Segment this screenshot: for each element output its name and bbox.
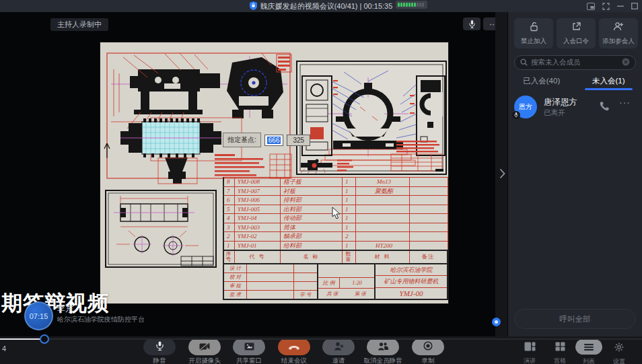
tab-joined[interactable]: 已入会(40) [508, 74, 575, 89]
shared-screen-cad-sheet: 8YMJ-008格子板1Mn13 7YMJ-007衬板1聚氨酯 6YMJ-006… [100, 42, 449, 304]
title-bar: 魏庆媛发起的视频会议(40/41) | 00:15:35 [0, 0, 642, 12]
bottom-toolbar: 钉钉 静音 开启摄像头 共享窗口 [0, 336, 642, 364]
mic-icon [156, 341, 164, 353]
record-icon [423, 341, 433, 353]
speaker-avatar: 07:15 [24, 301, 53, 330]
meeting-title: 魏庆媛发起的视频会议(40/41) | 00:15:35 [260, 1, 393, 11]
table-row: 7YMJ-007衬板1聚氨酯 [223, 186, 448, 196]
title-block-product: 矿山专用物料研磨机 [376, 276, 447, 287]
player-progress-bar[interactable] [0, 338, 642, 340]
cad-title-block: 设 计 校 对 审 核 批 准学 号 比 例1:20 共 张第 张 哈尔滨石油学… [223, 263, 448, 300]
cad-assembly-view [104, 53, 291, 184]
unmute-all-button[interactable]: 取消全员静音 [359, 338, 407, 364]
maximize-icon[interactable] [631, 3, 638, 9]
member-more-icon[interactable]: ··· [619, 97, 631, 108]
grid-view-button[interactable]: 宫格 [545, 339, 575, 364]
speaker-layout-icon [524, 342, 536, 354]
stage-mic-button[interactable] [463, 17, 480, 30]
title-block-school: 哈尔滨石油学院 [376, 264, 447, 276]
list-layout-icon [584, 341, 594, 353]
member-name: 唐泽恩方 [544, 97, 577, 108]
volume-meter [396, 1, 427, 9]
avatar: 恩方 [514, 96, 537, 118]
assistant-badge-icon[interactable] [492, 318, 501, 326]
member-status: 已离开 [544, 108, 565, 118]
shield-lock-icon [250, 1, 257, 11]
table-row: 1YMJ-01给料部1HT200 [223, 241, 448, 250]
add-participant-button[interactable]: 添加参会人 [599, 18, 638, 48]
share-window-icon [244, 341, 254, 353]
share-window-button[interactable]: 共享窗口 [225, 338, 273, 364]
chevron-right-icon[interactable] [497, 166, 507, 182]
invite-person-icon [334, 341, 344, 353]
mic-muted-badge-icon [512, 111, 520, 119]
hang-up-icon [288, 341, 300, 353]
video-stage: 主持人录制中 ··· [0, 12, 507, 336]
invite-button[interactable]: 邀请 [314, 338, 363, 364]
phone-call-icon[interactable] [599, 101, 610, 114]
minimize-icon[interactable] [617, 3, 624, 9]
table-row: 2YMJ-02轴承部2 [223, 231, 448, 241]
player-progress-done [0, 338, 41, 340]
fullscreen-icon[interactable] [602, 3, 610, 10]
basepoint-x-field[interactable]: 666 [264, 135, 284, 146]
member-panel: 禁止加入 入会口令 添加参会人 搜索未入会成员 [508, 12, 642, 336]
pip-mode-icon[interactable] [587, 3, 595, 10]
list-view-button[interactable]: 列表 [573, 339, 604, 364]
cad-bearing-drawing [297, 61, 446, 174]
people-unmute-icon [378, 341, 389, 353]
meeting-window: 魏庆媛发起的视频会议(40/41) | 00:15:35 主持人录制中 ··· [0, 0, 642, 364]
speaker-organization: 哈尔滨石油学院疫情防控平台 [57, 315, 145, 324]
table-row: 6YMJ-006排料部1 [223, 195, 448, 205]
mute-button[interactable]: 静音 [135, 338, 184, 364]
basepoint-label: 指定基点: [223, 133, 261, 147]
camera-button[interactable]: 开启摄像头 [180, 338, 229, 364]
search-icon [520, 57, 528, 69]
search-member-input[interactable]: 搜索未入会成员 [514, 55, 636, 70]
clear-search-icon[interactable] [622, 57, 630, 69]
camera-off-icon [199, 341, 210, 353]
member-list-item[interactable]: 恩方 唐泽恩方 已离开 ··· [514, 96, 636, 122]
table-row: 8YMJ-008格子板1Mn13 [223, 177, 448, 186]
cad-basepoint-tooltip: 指定基点: 666 325 [223, 133, 310, 147]
host-recording-badge: 主持人录制中 [50, 18, 108, 31]
grid-layout-icon [555, 342, 565, 354]
title-block-drawing-no: YMJ-00 [376, 288, 447, 299]
forbid-join-button[interactable]: 禁止加入 [514, 18, 553, 48]
call-all-button[interactable]: 呼叫全部 [514, 309, 636, 329]
speaker-name: 李东 [57, 303, 73, 315]
speaker-view-button[interactable]: 演讲 [515, 339, 544, 364]
meeting-code-button[interactable]: 入会口令 [557, 18, 596, 48]
cad-parts-table-header: 序号 代 号 名 称 数量 材 料 备注 [223, 250, 448, 263]
cad-part-detail-drawing [106, 190, 216, 267]
record-button[interactable]: 录制 [404, 338, 452, 364]
basepoint-y-field[interactable]: 325 [287, 135, 310, 146]
mouse-cursor [332, 207, 341, 222]
tab-not-joined[interactable]: 未入会(1) [575, 74, 642, 89]
settings-button[interactable]: 设置 [604, 339, 634, 364]
share-link-icon [571, 22, 581, 34]
table-row: 3YMJ-003筒体1 [223, 223, 448, 232]
gear-icon [614, 342, 624, 355]
end-meeting-button[interactable]: 结束会议 [270, 338, 318, 364]
player-progress-handle[interactable] [40, 334, 49, 344]
video-caption-overlay: 期答辩视频 [1, 289, 109, 318]
person-add-icon [613, 22, 624, 34]
page-indicator: 4 [2, 344, 6, 353]
lock-open-icon [529, 22, 539, 34]
